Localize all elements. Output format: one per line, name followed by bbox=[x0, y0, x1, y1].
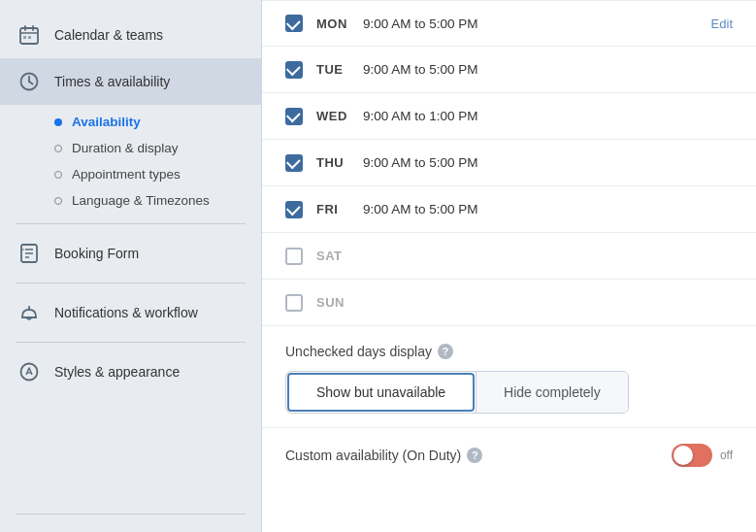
switch-thumb bbox=[674, 446, 693, 465]
notification-icon bbox=[16, 299, 43, 326]
day-row-fri: FRI 9:00 AM to 5:00 PM bbox=[262, 186, 756, 233]
subitem-label: Appointment types bbox=[72, 167, 181, 182]
sidebar-subitem-availability[interactable]: Availability bbox=[54, 109, 261, 135]
day-row-wed: WED 9:00 AM to 1:00 PM bbox=[262, 93, 756, 140]
sidebar-subitem-duration[interactable]: Duration & display bbox=[54, 135, 261, 161]
styles-icon bbox=[16, 358, 43, 385]
day-row-sat: SAT bbox=[262, 233, 756, 280]
hide-completely-button[interactable]: Hide completely bbox=[477, 372, 628, 413]
sidebar: Calendar & teams Times & availability Av… bbox=[0, 0, 262, 532]
sidebar-item-notifications[interactable]: Notifications & workflow bbox=[0, 289, 261, 336]
sidebar-item-label: Booking Form bbox=[54, 246, 139, 261]
day-label-mon: MON bbox=[316, 17, 355, 31]
day-label-fri: FRI bbox=[316, 202, 355, 216]
divider-4 bbox=[16, 514, 246, 515]
dot-availability bbox=[54, 118, 62, 126]
sidebar-item-label: Calendar & teams bbox=[54, 27, 163, 43]
checkbox-tue[interactable] bbox=[285, 61, 303, 79]
checkbox-wed[interactable] bbox=[285, 108, 303, 125]
dot-duration bbox=[54, 145, 62, 152]
checkbox-mon[interactable] bbox=[285, 15, 303, 32]
dot-appointment bbox=[54, 171, 62, 179]
svg-rect-13 bbox=[21, 249, 24, 250]
day-label-wed: WED bbox=[316, 109, 355, 123]
form-icon bbox=[16, 240, 43, 267]
checkbox-fri[interactable] bbox=[285, 201, 303, 218]
day-time-fri: 9:00 AM to 5:00 PM bbox=[363, 202, 733, 216]
unchecked-display-title: Unchecked days display ? bbox=[285, 344, 733, 359]
sidebar-item-times-availability[interactable]: Times & availability bbox=[0, 58, 261, 105]
day-label-tue: TUE bbox=[316, 62, 355, 77]
day-edit-mon[interactable]: Edit bbox=[711, 17, 733, 31]
sidebar-item-label: Styles & appearance bbox=[54, 364, 180, 380]
unchecked-display-section: Unchecked days display ? Show but unavai… bbox=[262, 326, 756, 428]
subitem-label: Availability bbox=[72, 115, 141, 129]
sidebar-subitem-appointment-types[interactable]: Appointment types bbox=[54, 161, 261, 187]
custom-availability-label: Custom availability (On Duty) bbox=[285, 448, 461, 463]
divider-1 bbox=[16, 223, 246, 224]
day-time-thu: 9:00 AM to 5:00 PM bbox=[363, 155, 733, 170]
day-time-mon: 9:00 AM to 5:00 PM bbox=[363, 17, 711, 31]
sidebar-item-label: Notifications & workflow bbox=[54, 305, 198, 320]
calendar-icon bbox=[16, 21, 43, 49]
dot-language bbox=[54, 197, 62, 205]
toggle-state-label: off bbox=[720, 449, 733, 462]
sidebar-submenu: Availability Duration & display Appointm… bbox=[0, 105, 261, 217]
unchecked-display-label: Unchecked days display bbox=[285, 344, 432, 359]
day-time-wed: 9:00 AM to 1:00 PM bbox=[363, 109, 733, 123]
checkbox-sun[interactable] bbox=[285, 294, 303, 312]
day-label-sat: SAT bbox=[316, 249, 355, 263]
day-row-thu: THU 9:00 AM to 5:00 PM bbox=[262, 140, 756, 186]
day-label-thu: THU bbox=[316, 155, 355, 170]
day-label-sun: SUN bbox=[316, 295, 355, 310]
svg-rect-4 bbox=[23, 36, 26, 39]
day-row-tue: TUE 9:00 AM to 5:00 PM bbox=[262, 47, 756, 93]
clock-icon bbox=[16, 68, 43, 95]
day-row-mon: MON 9:00 AM to 5:00 PM Edit bbox=[262, 0, 756, 47]
sidebar-item-styles[interactable]: Styles & appearance bbox=[0, 349, 261, 395]
sidebar-item-calendar-teams[interactable]: Calendar & teams bbox=[0, 12, 261, 58]
day-row-sun: SUN bbox=[262, 280, 756, 326]
display-toggle-group: Show but unavailable Hide completely bbox=[285, 371, 629, 414]
sidebar-item-booking-form[interactable]: Booking Form bbox=[0, 230, 261, 277]
days-section: MON 9:00 AM to 5:00 PM Edit TUE 9:00 AM … bbox=[262, 0, 756, 326]
svg-rect-5 bbox=[28, 36, 31, 39]
day-time-tue: 9:00 AM to 5:00 PM bbox=[363, 62, 733, 77]
switch-track[interactable] bbox=[672, 444, 712, 467]
custom-availability-section: Custom availability (On Duty) ? off bbox=[262, 428, 756, 482]
show-unavailable-button[interactable]: Show but unavailable bbox=[287, 373, 475, 412]
unchecked-help-icon[interactable]: ? bbox=[438, 344, 453, 359]
checkbox-sat[interactable] bbox=[285, 248, 303, 265]
sidebar-subitem-language[interactable]: Language & Timezones bbox=[54, 187, 261, 214]
divider-3 bbox=[16, 342, 246, 343]
custom-availability-toggle[interactable]: off bbox=[672, 444, 733, 467]
sidebar-item-label: Times & availability bbox=[54, 74, 170, 89]
custom-availability-title: Custom availability (On Duty) ? bbox=[285, 448, 482, 463]
subitem-label: Duration & display bbox=[72, 141, 179, 155]
divider-2 bbox=[16, 283, 246, 283]
subitem-label: Language & Timezones bbox=[72, 193, 210, 208]
checkbox-thu[interactable] bbox=[285, 154, 303, 172]
svg-line-8 bbox=[29, 82, 33, 84]
main-content: MON 9:00 AM to 5:00 PM Edit TUE 9:00 AM … bbox=[262, 0, 756, 532]
svg-point-15 bbox=[21, 364, 38, 381]
custom-help-icon[interactable]: ? bbox=[467, 448, 482, 463]
